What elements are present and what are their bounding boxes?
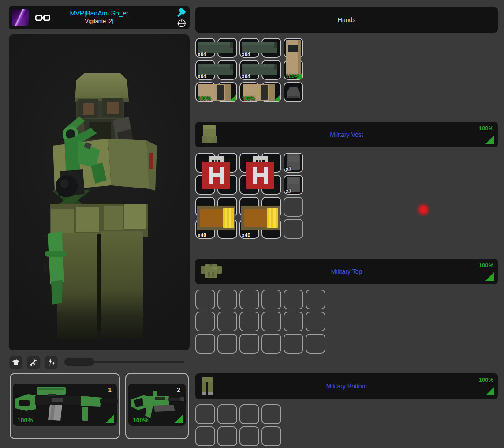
- inventory-slot-filled[interactable]: [239, 60, 259, 80]
- inventory-slot-empty[interactable]: [217, 334, 237, 354]
- inventory-slot-filled[interactable]: [284, 38, 303, 58]
- weapon-toggle-button[interactable]: [27, 356, 40, 369]
- inventory-slot-empty[interactable]: [217, 404, 237, 424]
- inventory-slot-empty[interactable]: [239, 426, 259, 446]
- top-header[interactable]: Military Top 100%: [195, 259, 498, 284]
- inventory-slot-empty[interactable]: [195, 290, 215, 309]
- inventory-slot-empty[interactable]: [239, 404, 259, 424]
- clothing-toggle-button[interactable]: [9, 356, 22, 369]
- inventory-slot-filled[interactable]: [239, 175, 259, 195]
- player-name: MVP|BadAim So_er: [9, 9, 190, 18]
- admin-hammer-icon[interactable]: [176, 8, 187, 19]
- inventory-slot-filled[interactable]: [195, 219, 215, 239]
- bottom-quality-triangle: [485, 387, 494, 395]
- inventory-slot-empty[interactable]: [261, 312, 281, 331]
- primary-weapon-slot[interactable]: 1 100%: [10, 373, 120, 439]
- vest-quality-triangle: [485, 135, 494, 144]
- inventory-slot-filled[interactable]: [217, 153, 237, 173]
- inventory-slot-empty[interactable]: [217, 290, 237, 309]
- bottom-title: Military Bottom: [195, 373, 498, 399]
- inventory-slot-filled[interactable]: [284, 60, 303, 80]
- inventory-slot-filled[interactable]: [284, 175, 303, 195]
- inventory-slot-filled[interactable]: [261, 60, 281, 80]
- inventory-slot-empty[interactable]: [284, 290, 303, 309]
- vest-title: Military Vest: [195, 122, 498, 147]
- inventory-slot-filled[interactable]: [239, 82, 259, 102]
- shirt-icon: [11, 358, 20, 366]
- inventory-slot-empty[interactable]: [306, 290, 325, 309]
- top-grid: [195, 290, 325, 354]
- inventory-slot-empty[interactable]: [217, 426, 237, 446]
- character-preview-panel: [9, 34, 190, 350]
- player-reputation: Vigilante [2]: [9, 18, 190, 25]
- inventory-slot-filled[interactable]: [217, 175, 237, 195]
- hands-grid: x64 x64 x64 x64 100%: [195, 38, 303, 102]
- inventory-slot-empty[interactable]: [239, 334, 259, 354]
- primary-weapon-render: 1 100%: [13, 384, 117, 426]
- inventory-slot-filled[interactable]: [261, 219, 281, 239]
- inventory-slot-empty[interactable]: [261, 404, 281, 424]
- effects-toggle-button[interactable]: [45, 356, 58, 369]
- secondary-quality-label: 100%: [133, 417, 149, 424]
- top-quality-label: 100%: [479, 262, 493, 268]
- inventory-slot-empty[interactable]: [195, 334, 215, 354]
- secondary-weapon-slot[interactable]: 2 100%: [125, 373, 189, 439]
- inventory-slot-filled[interactable]: [239, 153, 259, 173]
- hands-header: Hands: [195, 7, 498, 33]
- inventory-slot-filled[interactable]: [284, 82, 303, 102]
- inventory-slot-filled[interactable]: [261, 175, 281, 195]
- rifle-icon: [29, 358, 38, 367]
- inventory-slot-filled[interactable]: [239, 38, 259, 58]
- bottom-header[interactable]: Military Bottom 100%: [195, 373, 498, 399]
- inventory-slot-empty[interactable]: [261, 290, 281, 309]
- vest-quality-label: 100%: [479, 125, 493, 132]
- inventory-slot-filled[interactable]: [217, 60, 237, 80]
- inventory-slot-filled[interactable]: [284, 153, 303, 173]
- inventory-slot-empty[interactable]: [284, 312, 303, 331]
- inventory-slot-filled[interactable]: [261, 153, 281, 173]
- inventory-slot-filled[interactable]: [195, 175, 215, 195]
- preview-slider-thumb[interactable]: [64, 358, 94, 366]
- inventory-slot-filled[interactable]: [239, 197, 259, 217]
- spectate-crosshair-icon[interactable]: [176, 18, 187, 29]
- inventory-slot-filled[interactable]: [195, 153, 215, 173]
- inventory-slot-empty[interactable]: [217, 312, 237, 331]
- secondary-hotkey-label: 2: [177, 386, 180, 393]
- vest-header[interactable]: Military Vest 100%: [195, 122, 498, 147]
- inventory-slot-empty[interactable]: [239, 312, 259, 331]
- inventory-slot-empty[interactable]: [239, 290, 259, 309]
- inventory-slot-filled[interactable]: [195, 82, 215, 102]
- inventory-slot-filled[interactable]: [195, 60, 215, 80]
- inventory-slot-filled[interactable]: [195, 38, 215, 58]
- inventory-slot-filled[interactable]: [217, 38, 237, 58]
- inventory-slot-filled[interactable]: [261, 38, 281, 58]
- inventory-slot-empty[interactable]: [284, 219, 303, 239]
- inventory-slot-empty[interactable]: [284, 334, 303, 354]
- inventory-slot-filled[interactable]: [261, 197, 281, 217]
- inventory-slot-filled[interactable]: [217, 197, 237, 217]
- sparkles-icon: [47, 358, 56, 367]
- secondary-quality-triangle: [174, 414, 183, 423]
- secondary-weapon-render: 2 100%: [128, 384, 186, 426]
- inventory-slot-empty[interactable]: [195, 312, 215, 331]
- player-info-bar: MVP|BadAim So_er Vigilante [2]: [9, 6, 190, 29]
- inventory-slot-empty[interactable]: [261, 334, 281, 354]
- top-quality-triangle: [485, 272, 494, 281]
- inventory-slot-filled[interactable]: [217, 219, 237, 239]
- inventory-slot-empty[interactable]: [195, 404, 215, 424]
- inventory-slot-filled[interactable]: [217, 82, 237, 102]
- inventory-slot-filled[interactable]: [195, 197, 215, 217]
- inventory-slot-empty[interactable]: [261, 426, 281, 446]
- character-model: [9, 34, 190, 350]
- top-title: Military Top: [195, 259, 498, 284]
- inventory-slot-filled[interactable]: [261, 82, 281, 102]
- inventory-slot-empty[interactable]: [195, 426, 215, 446]
- inventory-slot-empty[interactable]: [306, 334, 325, 354]
- primary-quality-triangle: [105, 414, 114, 423]
- inventory-slot-empty[interactable]: [306, 312, 325, 331]
- inventory-slot-empty[interactable]: [284, 197, 303, 217]
- primary-quality-label: 100%: [17, 417, 33, 424]
- inventory-slot-filled[interactable]: [239, 219, 259, 239]
- hands-title: Hands: [195, 7, 498, 33]
- vest-grid: x7 x7 x40 x40: [195, 153, 303, 239]
